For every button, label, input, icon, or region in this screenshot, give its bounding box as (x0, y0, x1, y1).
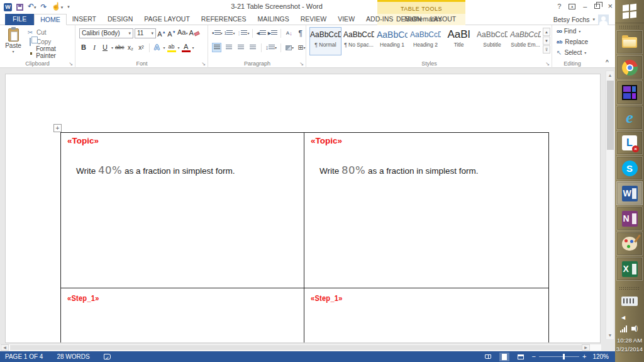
table-cell-topic-1[interactable]: «Topic» Write 40% as a fraction in simpl… (61, 133, 304, 288)
horizontal-scroll-thumb[interactable] (10, 345, 584, 350)
clipboard-dialog-launcher-icon[interactable]: ↘ (69, 61, 73, 67)
replace-button[interactable]: ab Replace (557, 38, 588, 45)
document-page[interactable]: + «Topic» Write 40% as a fraction in sim… (5, 74, 601, 343)
paste-button[interactable]: Paste ▾ (3, 27, 24, 65)
styles-scroll-down-icon[interactable]: ▼ (543, 37, 550, 45)
grow-font-button[interactable]: A▲ (157, 28, 166, 39)
italic-button[interactable]: I (90, 43, 99, 52)
taskbar-chrome[interactable] (616, 55, 643, 79)
taskbar-word[interactable]: W (616, 181, 643, 205)
volume-icon[interactable]: ) (631, 325, 638, 332)
zoom-thumb[interactable] (563, 354, 565, 359)
change-case-button[interactable]: Aa▾ (177, 28, 187, 38)
select-button[interactable]: ↖ Select ▾ (557, 49, 586, 56)
highlight-caret-icon[interactable]: ▾ (178, 45, 180, 50)
ribbon-display-options-icon[interactable]: ▴ (569, 4, 575, 9)
style-heading1[interactable]: AaBbCc Heading 1 (376, 27, 408, 55)
avatar[interactable] (598, 14, 609, 25)
table-cell-step-2[interactable]: «Step_1» (304, 288, 548, 343)
tab-table-design[interactable]: DESIGN (396, 14, 421, 25)
justify-button[interactable] (248, 43, 257, 52)
taskbar-lync[interactable]: L× (616, 131, 643, 155)
text-effects-caret-icon[interactable]: ▾ (164, 45, 165, 50)
font-name-combo[interactable]: Calibri (Body)▾ (79, 28, 133, 38)
start-button[interactable] (615, 0, 644, 23)
help-button[interactable]: ? (557, 2, 561, 11)
tab-review[interactable]: REVIEW (295, 14, 332, 25)
taskbar-excel[interactable]: X (616, 257, 643, 281)
taskbar-onenote[interactable]: N (616, 206, 643, 230)
tab-addins[interactable]: ADD-INS (360, 14, 399, 25)
style-subtle-emphasis[interactable]: AaBbCcDc Subtle Em... (509, 27, 541, 55)
hidden-icons-arrow-icon[interactable]: ◀ (621, 315, 625, 320)
highlight-button[interactable]: ab (167, 43, 176, 52)
align-center-button[interactable] (224, 43, 233, 52)
zoom-in-icon[interactable]: + (582, 352, 586, 361)
tab-home[interactable]: HOME (34, 14, 67, 25)
zoom-out-icon[interactable]: − (532, 352, 536, 361)
web-layout-icon[interactable] (516, 353, 526, 361)
tab-file[interactable]: FILE (5, 14, 34, 25)
table-move-handle[interactable]: + (53, 124, 62, 132)
pilcrow-button[interactable]: ¶ (296, 28, 305, 38)
styles-dialog-launcher-icon[interactable]: ↘ (545, 61, 550, 67)
styles-scroll-up-icon[interactable]: ▲ (543, 28, 550, 36)
strikethrough-button[interactable]: abc (115, 43, 125, 52)
close-button[interactable]: × (608, 2, 613, 11)
network-icon[interactable] (620, 325, 627, 332)
style-no-spacing[interactable]: AaBbCcDc ¶ No Spac... (343, 27, 375, 55)
clock-time[interactable]: 10:28 AM (615, 336, 644, 344)
taskbar-file-explorer[interactable] (616, 30, 643, 54)
tab-page-layout[interactable]: PAGE LAYOUT (138, 14, 196, 25)
numbering-button[interactable]: 1▾ (225, 28, 235, 38)
taskbar-skype[interactable]: S (616, 156, 643, 180)
tab-insert[interactable]: INSERT (67, 14, 102, 25)
zoom-track[interactable] (539, 356, 579, 357)
taskbar-touch-keyboard[interactable] (616, 293, 643, 309)
style-subtitle[interactable]: AaBbCcD Subtitle (476, 27, 508, 55)
vertical-scroll-thumb[interactable] (607, 81, 614, 150)
proofing-icon[interactable] (104, 354, 111, 359)
vertical-scrollbar[interactable]: ▲ ▼ (606, 71, 614, 340)
font-size-combo[interactable]: 11▾ (135, 28, 156, 38)
scroll-down-icon[interactable]: ▼ (606, 331, 614, 339)
paragraph-dialog-launcher-icon[interactable]: ↘ (299, 61, 304, 67)
style-normal[interactable]: AaBbCcDc ¶ Normal (309, 27, 341, 55)
table-cell-step-1[interactable]: «Step_1» (61, 288, 304, 343)
tab-design[interactable]: DESIGN (102, 14, 138, 25)
tab-table-layout[interactable]: LAYOUT (430, 14, 456, 25)
account-area[interactable]: Betsy Fochs ▾ (553, 14, 609, 25)
format-painter-button[interactable]: Format Painter (26, 48, 75, 56)
shrink-font-button[interactable]: A▼ (167, 28, 176, 39)
sort-button[interactable]: A↓ (284, 28, 294, 38)
zoom-percent[interactable]: 120% (592, 353, 609, 360)
zoom-slider[interactable]: − + (532, 352, 587, 361)
page-indicator[interactable]: PAGE 1 OF 4 (5, 351, 43, 362)
style-heading2[interactable]: AaBbCcD Heading 2 (409, 27, 441, 55)
tab-view[interactable]: VIEW (332, 14, 360, 25)
read-mode-icon[interactable] (483, 353, 493, 361)
font-dialog-launcher-icon[interactable]: ↘ (201, 61, 206, 67)
underline-button[interactable]: U (101, 43, 109, 52)
increase-indent-button[interactable]: ▶ (268, 28, 277, 38)
scroll-up-icon[interactable]: ▲ (606, 71, 614, 79)
tab-references[interactable]: REFERENCES (196, 14, 252, 25)
find-button[interactable]: oo Find ▾ (557, 28, 580, 35)
styles-more-icon[interactable]: ⊽ (543, 45, 550, 54)
borders-button[interactable]: ⊞▾ (297, 43, 306, 52)
shading-button[interactable]: ▾ (285, 43, 294, 52)
align-right-button[interactable] (236, 43, 245, 52)
clock-date[interactable]: 3/21/2014 (615, 345, 644, 353)
word-count[interactable]: 28 WORDS (57, 351, 89, 362)
style-title[interactable]: AaBl Title (443, 27, 475, 55)
scroll-left-icon[interactable]: ◀ (1, 344, 9, 351)
minimize-button[interactable]: – (583, 2, 587, 11)
underline-caret-icon[interactable]: ▾ (111, 45, 113, 50)
collapse-ribbon-icon[interactable]: ^ (606, 59, 609, 65)
align-left-button[interactable] (212, 43, 221, 52)
print-layout-icon[interactable] (499, 353, 509, 361)
table-cell-topic-2[interactable]: «Topic» Write 80% as a fraction in simpl… (304, 133, 548, 288)
font-color-caret-icon[interactable]: ▾ (192, 45, 194, 50)
font-color-button[interactable]: A (182, 43, 191, 52)
superscript-button[interactable]: x² (137, 43, 146, 52)
